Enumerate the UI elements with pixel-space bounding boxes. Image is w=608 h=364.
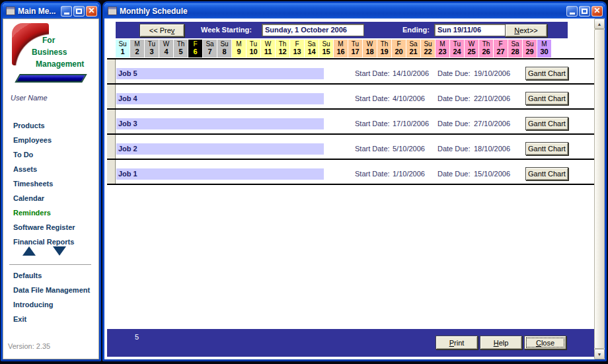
day-cell[interactable]: W 11 [261,40,275,57]
day-cell[interactable]: M 9 [232,40,246,57]
date-due-value[interactable]: 22/10/2006 [474,94,510,102]
monthly-schedule-window-title: Monthly Schedule [120,7,564,16]
record-selector[interactable]: ▶ [107,59,116,83]
day-cell[interactable]: Th 12 [276,40,289,57]
ending-field[interactable]: Sun 19/11/06 [434,24,507,36]
close-button[interactable]: ✕ [591,6,603,17]
close-icon: ✕ [88,7,95,15]
sidebar-menu-item[interactable]: Defaults [13,272,90,279]
day-cell[interactable]: Tu 24 [450,40,464,57]
record-selector[interactable]: ▶ [107,160,116,184]
sidebar-menu-item[interactable]: To Do [13,151,75,159]
gantt-chart-button[interactable]: Gantt Chart [525,167,568,180]
close-button[interactable]: ✕ [86,6,97,17]
minimize-button[interactable] [566,6,578,17]
start-date-value[interactable]: 14/10/2006 [393,69,429,77]
sidebar-menu-item[interactable]: Assets [13,165,75,173]
job-name-field[interactable]: Job 4 [116,93,324,104]
maximize-button[interactable] [579,6,590,17]
sidebar-menu-item[interactable]: Reminders [13,209,75,217]
day-cell[interactable]: Tu 17 [348,40,362,57]
day-cell[interactable]: Th 26 [479,40,493,57]
record-selector[interactable]: ▶ [107,110,116,133]
day-cell[interactable]: Tu 3 [145,40,159,57]
day-cell[interactable]: Tu 10 [247,40,260,57]
company-logo: For Business Management [3,18,99,90]
minimize-button[interactable] [61,6,72,17]
vertical-scrollbar[interactable]: ▲ ▼ [594,18,605,359]
gantt-chart-button[interactable]: Gantt Chart [525,67,568,80]
day-cell[interactable]: F 6 [188,40,202,57]
gantt-chart-button[interactable]: Gantt Chart [525,117,568,130]
record-selector[interactable]: ▶ [107,85,116,108]
day-name: F [392,40,406,48]
maximize-button[interactable] [73,6,85,17]
job-name-field[interactable]: Job 1 [116,168,324,180]
day-cell[interactable]: M 16 [334,40,348,57]
day-cell[interactable]: Su 29 [523,40,537,57]
sidebar-menu-item[interactable]: Introducing [13,301,90,309]
menu-divider [9,264,91,265]
start-date-value[interactable]: 4/10/2006 [393,94,425,102]
job-name-field[interactable]: Job 2 [116,143,324,155]
sidebar-menu-item[interactable]: Timesheets [13,180,75,188]
day-cell[interactable]: Sa 28 [508,40,522,57]
day-cell[interactable]: Su 15 [319,40,333,57]
day-cell[interactable]: M 30 [537,40,551,57]
start-date-value[interactable]: 5/10/2006 [393,145,425,153]
sidebar-menu-item[interactable]: Exit [13,315,90,323]
day-cell[interactable]: Sa 14 [305,40,319,57]
scrollbar-down-icon[interactable]: ▼ [594,349,605,359]
sidebar-menu-item[interactable]: Calendar [13,194,75,202]
calendar-day-strip: Su 1 M 2 Tu 3 W 4 [116,40,551,57]
day-cell[interactable]: Su 1 [116,40,130,57]
scrollbar-up-icon[interactable]: ▲ [594,18,605,29]
monthly-schedule-titlebar[interactable]: Monthly Schedule ✕ [104,3,605,18]
day-cell[interactable]: W 25 [465,40,478,57]
start-date-label: Start Date: [355,145,390,153]
job-name-field[interactable]: Job 5 [116,68,324,79]
day-cell[interactable]: M 23 [436,40,449,57]
record-selector[interactable]: ▶ [107,135,116,159]
sidebar-menu-item[interactable]: Products [13,122,75,129]
day-cell[interactable]: Th 19 [377,40,391,57]
next-week-button[interactable]: Next>> [505,24,547,37]
print-button[interactable]: Print [436,336,478,349]
gantt-chart-button[interactable]: Gantt Chart [525,92,568,105]
day-cell[interactable]: Su 8 [217,40,231,57]
sidebar-menu-item[interactable]: Financial Reports [13,238,75,246]
day-cell[interactable]: Sa 7 [203,40,217,57]
main-menu-titlebar[interactable]: Main Me... ✕ [3,3,99,18]
day-cell[interactable]: F 27 [494,40,508,57]
week-starting-field[interactable]: Sunday, 1 October 2006 [262,24,364,36]
scroll-down-arrow-icon[interactable] [53,246,66,256]
day-cell[interactable]: W 18 [363,40,377,57]
sidebar-menu-item[interactable]: Employees [13,136,75,144]
monthly-schedule-body: << Prev Week Starting: Sunday, 1 October… [104,18,605,359]
day-name: W [465,40,478,48]
day-cell[interactable]: M 2 [130,40,144,57]
day-cell[interactable]: F 13 [290,40,304,57]
day-name: Su [421,40,435,48]
start-date-value[interactable]: 1/10/2006 [393,170,425,178]
start-date-value[interactable]: 17/10/2006 [393,120,429,127]
date-due-value[interactable]: 19/10/2006 [474,69,510,77]
prev-week-button[interactable]: << Prev [139,24,184,37]
date-due-value[interactable]: 27/10/2006 [474,120,510,127]
sidebar-menu-item[interactable]: Software Register [13,223,75,231]
day-cell[interactable]: Th 5 [174,40,188,57]
close-form-button[interactable]: Close [524,336,566,349]
day-cell[interactable]: Su 22 [421,40,435,57]
scrollbar-thumb[interactable] [594,29,605,349]
date-due-value[interactable]: 18/10/2006 [474,145,510,153]
scroll-up-arrow-icon[interactable] [22,246,36,256]
sidebar-menu-item[interactable]: Data File Management [13,286,90,294]
day-cell[interactable]: W 4 [159,40,173,57]
day-name: Sa [508,40,522,48]
gantt-chart-button[interactable]: Gantt Chart [525,142,568,155]
date-due-value[interactable]: 15/10/2006 [474,170,510,178]
day-cell[interactable]: Sa 21 [406,40,420,57]
help-button[interactable]: Help [480,336,522,349]
job-name-field[interactable]: Job 3 [116,118,324,129]
day-cell[interactable]: F 20 [392,40,406,57]
